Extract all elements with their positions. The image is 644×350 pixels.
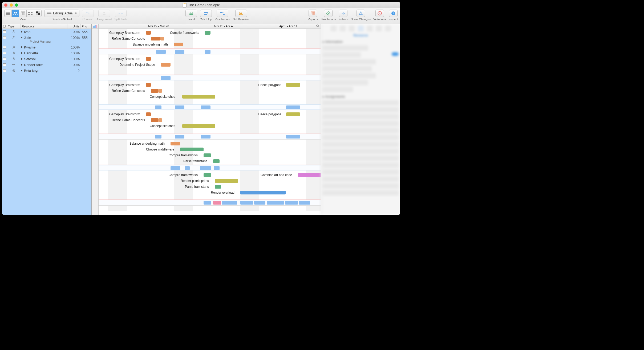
- bullet-icon: [21, 64, 22, 66]
- violations-button[interactable]: [375, 10, 384, 17]
- availability-block: [200, 166, 211, 170]
- task-label: Gameplay Brainstorm: [99, 112, 140, 116]
- minimize-button[interactable]: [10, 3, 13, 7]
- gantt-main[interactable]: Mar 22 - Mar 28 Mar 29 - Apr 4 Apr 5 - A…: [99, 24, 321, 215]
- task-bar[interactable]: [146, 83, 151, 87]
- task-bar-split[interactable]: [158, 89, 162, 93]
- task-bar[interactable]: [174, 43, 183, 46]
- reschedule-button[interactable]: [217, 10, 228, 17]
- task-bar[interactable]: [182, 124, 215, 128]
- split-task-button[interactable]: [115, 10, 127, 17]
- grip-icon[interactable]: [3, 52, 6, 54]
- resource-row[interactable]: Ivan 100% 555: [2, 29, 91, 35]
- reports-button[interactable]: [309, 10, 317, 17]
- resource-row[interactable]: Satoshi 100%: [2, 56, 91, 62]
- task-bar[interactable]: [298, 173, 321, 177]
- availability-track: [99, 104, 321, 110]
- view-task-button[interactable]: [4, 10, 12, 17]
- task-bar-split[interactable]: [158, 118, 162, 122]
- availability-block: [205, 50, 210, 54]
- svg-rect-29: [311, 12, 315, 15]
- resource-row[interactable]: Julie 100% 555: [2, 35, 91, 40]
- assignment-button[interactable]: [98, 10, 110, 17]
- svg-point-42: [13, 52, 14, 53]
- grip-icon[interactable]: [3, 46, 6, 48]
- task-bar-split[interactable]: [160, 37, 164, 40]
- resource-row[interactable]: Henrietta 100%: [2, 50, 91, 56]
- availability-block: [285, 201, 298, 205]
- units-value: 100%: [67, 57, 81, 61]
- task-bar[interactable]: [215, 185, 221, 189]
- svg-point-40: [13, 36, 14, 37]
- grip-icon[interactable]: [3, 58, 6, 60]
- svg-point-28: [240, 13, 242, 14]
- task-bar[interactable]: [240, 191, 286, 194]
- connect-button[interactable]: [82, 10, 94, 17]
- simulations-button[interactable]: [324, 10, 333, 17]
- grip-icon[interactable]: [3, 69, 6, 72]
- toolbar: View Editing: Actual ▲▼ Baseline/Actual …: [2, 8, 400, 24]
- resource-pane: Type Resource Units Pho Ivan 100% 555 Ju…: [2, 24, 92, 215]
- resource-row[interactable]: Kwame 100%: [2, 44, 91, 50]
- zoom-button[interactable]: [15, 3, 18, 7]
- search-icon[interactable]: [316, 24, 320, 29]
- task-bar[interactable]: [204, 153, 211, 157]
- task-label: Gameplay Brainstorm: [99, 57, 140, 61]
- grip-icon[interactable]: [3, 63, 6, 66]
- task-bar[interactable]: [151, 37, 160, 40]
- app-window: The Game Plan.oplx View Editing: Actual …: [2, 2, 400, 215]
- gantt-row: Henrietta Do Gameplay BrainstormRefine G…: [99, 110, 321, 140]
- svg-rect-25: [220, 12, 222, 13]
- task-bar[interactable]: [204, 173, 211, 177]
- view-styles-button[interactable]: [34, 10, 42, 17]
- resource-row[interactable]: Render farm 100%: [2, 62, 91, 68]
- task-bar[interactable]: [182, 95, 215, 99]
- publish-label: Publish: [338, 18, 348, 21]
- level-button[interactable]: [185, 10, 197, 17]
- task-bar[interactable]: [151, 118, 158, 122]
- view-calendar-button[interactable]: [19, 10, 27, 17]
- task-label: Gameplay Brainstorm: [99, 83, 140, 87]
- grip-icon[interactable]: [3, 36, 6, 39]
- baseline-actual-selector[interactable]: Editing: Actual ▲▼: [44, 10, 79, 17]
- publish-button[interactable]: [339, 10, 347, 17]
- resource-name: Kwame: [24, 45, 35, 49]
- units-header[interactable]: Units: [67, 24, 81, 29]
- resource-row[interactable]: Beta keys 2: [2, 68, 91, 74]
- type-icon: [7, 30, 21, 34]
- task-bar[interactable]: [215, 179, 238, 183]
- svg-point-41: [13, 46, 14, 47]
- task-bar[interactable]: [180, 148, 204, 151]
- task-label: Combine art and code: [261, 173, 292, 177]
- type-header[interactable]: Type: [7, 24, 21, 29]
- set-baseline-button[interactable]: [235, 10, 247, 17]
- view-resource-button[interactable]: [12, 10, 19, 17]
- task-bar[interactable]: [146, 57, 151, 61]
- availability-block: [254, 201, 265, 205]
- task-bar[interactable]: [151, 89, 158, 93]
- inspect-button[interactable]: i: [389, 10, 398, 17]
- task-bar[interactable]: [171, 142, 180, 145]
- grip-icon[interactable]: [3, 30, 6, 33]
- availability-track: [99, 200, 321, 205]
- task-bar[interactable]: [286, 83, 300, 87]
- show-changes-button[interactable]: [357, 10, 365, 17]
- task-label: Compile frameworks: [144, 173, 198, 177]
- catch-up-button[interactable]: [200, 10, 212, 17]
- svg-rect-2: [6, 14, 10, 15]
- svg-rect-24: [204, 14, 207, 15]
- close-button[interactable]: [4, 3, 7, 7]
- task-bar[interactable]: [146, 112, 151, 116]
- task-bar[interactable]: [146, 31, 151, 35]
- task-bar[interactable]: [286, 112, 300, 116]
- task-bar[interactable]: [161, 63, 171, 67]
- pho-header[interactable]: Pho: [81, 24, 91, 29]
- view-network-button[interactable]: [27, 10, 34, 17]
- availability-block: [286, 105, 300, 109]
- task-bar[interactable]: [213, 159, 220, 163]
- resource-header-col[interactable]: Resource: [21, 24, 67, 29]
- task-bar[interactable]: [205, 31, 210, 35]
- split-task-label: Split Task: [114, 18, 127, 21]
- resource-header: Type Resource Units Pho: [2, 24, 91, 29]
- gantt-row-labels: [92, 24, 99, 215]
